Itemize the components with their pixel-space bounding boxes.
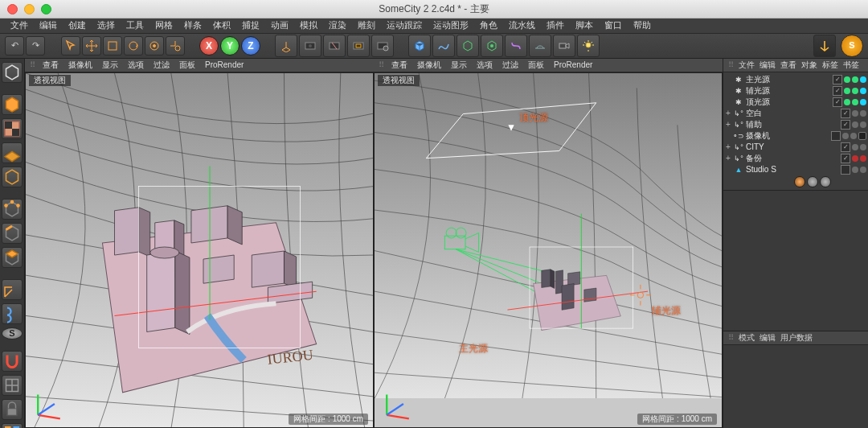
vp-menu-cam-l[interactable]: 摄像机	[63, 60, 97, 71]
vis-render-dot[interactable]	[860, 144, 866, 150]
om-tab-file[interactable]: 文件	[739, 60, 755, 70]
menu-render[interactable]: 渲染	[323, 19, 352, 32]
make-editable-button[interactable]	[2, 62, 23, 83]
lasttool-button[interactable]	[145, 36, 164, 56]
vp-menu-options-l[interactable]: 选项	[123, 60, 149, 71]
menu-volume[interactable]: 体积	[207, 19, 236, 32]
menu-help[interactable]: 帮助	[628, 19, 657, 32]
menu-file[interactable]: 文件	[5, 19, 34, 32]
layer-checkbox[interactable]: ✓	[833, 97, 842, 107]
vp-menu-options-r[interactable]: 选项	[472, 60, 497, 71]
om-tab-bookmarks[interactable]: 书签	[843, 60, 859, 70]
vis-editor-dot[interactable]	[852, 167, 858, 173]
polygons-mode-button[interactable]	[2, 247, 23, 268]
object-name[interactable]: 顶光源	[746, 97, 830, 107]
menu-simulate[interactable]: 模拟	[294, 19, 323, 32]
object-name[interactable]: Studio S	[746, 165, 838, 175]
substance-button[interactable]: S	[841, 35, 863, 57]
vis-editor-dot[interactable]	[852, 155, 858, 162]
attr-tab-mode[interactable]: 模式	[739, 333, 755, 343]
menu-sculpt[interactable]: 雕刻	[352, 19, 381, 32]
tweak-mode-button[interactable]	[2, 303, 23, 324]
vis-editor-dot[interactable]	[844, 76, 850, 83]
expand-toggle[interactable]: +	[725, 154, 731, 163]
tag-icon[interactable]	[860, 99, 866, 105]
tree-row-fill-light[interactable]: ✱ 辅光源 ✓	[723, 85, 868, 97]
layer-checkbox[interactable]: ✓	[841, 154, 850, 163]
vp-menu-view-r[interactable]: 查看	[387, 60, 412, 71]
vp-menu-display-l[interactable]: 显示	[97, 60, 123, 71]
tree-row-top-light[interactable]: ✱ 顶光源 ✓	[723, 97, 868, 108]
workplane-lock-button[interactable]	[2, 399, 23, 420]
layer-checkbox[interactable]: ✓	[833, 86, 842, 96]
layer-checkbox[interactable]: ✓	[833, 75, 842, 84]
menu-mograph[interactable]: 运动图形	[428, 19, 474, 32]
object-name[interactable]: 辅助	[746, 120, 838, 130]
object-name[interactable]: 辅光源	[746, 86, 830, 96]
add-environment-button[interactable]	[529, 35, 551, 57]
layout-button[interactable]	[813, 35, 836, 57]
locked-tool[interactable]	[166, 36, 185, 56]
vp-menu-panel-l[interactable]: 面板	[174, 60, 200, 71]
layer-checkbox[interactable]: ✓	[841, 120, 850, 130]
attr-tab-edit[interactable]: 编辑	[760, 333, 776, 343]
vis-editor-dot[interactable]	[842, 133, 849, 139]
menu-script[interactable]: 脚本	[570, 19, 599, 32]
om-tab-edit[interactable]: 编辑	[760, 60, 776, 70]
render-region-button[interactable]	[347, 35, 370, 57]
layer-checkbox[interactable]: ✓	[841, 109, 850, 118]
vp-menu-filter-r[interactable]: 过滤	[497, 60, 523, 71]
vp-menu-cam-r[interactable]: 摄像机	[412, 60, 446, 71]
add-generator2-button[interactable]	[481, 35, 503, 57]
menu-character[interactable]: 角色	[474, 19, 503, 32]
axis-y-toggle[interactable]: Y	[220, 36, 240, 56]
render-settings-button[interactable]	[371, 35, 394, 57]
tree-row-main-light[interactable]: ✱ 主光源 ✓	[723, 74, 868, 85]
add-cube-button[interactable]	[408, 35, 431, 57]
vis-render-dot[interactable]	[860, 167, 866, 173]
live-select-tool[interactable]	[61, 36, 80, 56]
attr-tab-userdata[interactable]: 用户数据	[780, 333, 813, 343]
menu-edit[interactable]: 编辑	[34, 19, 63, 32]
vis-editor-dot[interactable]	[852, 110, 858, 117]
render-pv-button[interactable]	[323, 35, 346, 57]
menu-create[interactable]: 创建	[63, 19, 92, 32]
viewport-solo-button[interactable]: S	[2, 327, 23, 340]
menu-select[interactable]: 选择	[92, 19, 121, 32]
layer-checkbox[interactable]	[831, 131, 841, 141]
snap-settings-button[interactable]	[2, 375, 23, 396]
vis-render-dot[interactable]	[852, 76, 858, 83]
object-name[interactable]: 主光源	[746, 75, 830, 84]
coord-system-button[interactable]	[275, 35, 297, 57]
add-spline-button[interactable]	[432, 35, 455, 57]
move-tool[interactable]	[82, 36, 101, 56]
vis-render-dot[interactable]	[850, 133, 857, 139]
material-tag-icon[interactable]	[794, 176, 805, 187]
layer-checkbox[interactable]	[841, 165, 850, 175]
menu-spline[interactable]: 样条	[178, 19, 207, 32]
redo-button[interactable]: ↷	[26, 36, 45, 56]
om-tab-tags[interactable]: 标签	[822, 60, 838, 70]
menu-snap[interactable]: 捕捉	[236, 19, 265, 32]
object-name[interactable]: 摄像机	[746, 131, 829, 141]
menu-plugins[interactable]: 插件	[541, 19, 570, 32]
object-name[interactable]: 空白	[746, 109, 838, 118]
material-tag-icon[interactable]	[820, 176, 831, 187]
scale-tool[interactable]	[103, 36, 122, 56]
perspective-viewport-left[interactable]: IUROU 透视视图 网格间距 : 1000 cm	[25, 72, 374, 428]
tag-icon[interactable]	[860, 88, 866, 94]
material-tag-icon[interactable]	[807, 176, 818, 187]
tree-row-city[interactable]: + ↳° CITY ✓	[723, 142, 868, 153]
points-mode-button[interactable]	[2, 199, 23, 220]
misc-tool-button[interactable]	[2, 423, 23, 428]
undo-button[interactable]: ↶	[5, 36, 24, 56]
vp-menu-prorender-l[interactable]: ProRender	[200, 60, 248, 71]
perspective-viewport-right[interactable]: 透视视图 顶光源 主光源 辅光源 网格间距 : 1000 cm	[374, 72, 723, 428]
render-view-button[interactable]	[299, 35, 321, 57]
object-axis-button[interactable]	[2, 167, 23, 187]
tag-icon[interactable]	[860, 76, 866, 83]
om-tab-objects[interactable]: 对象	[801, 60, 817, 70]
vis-render-dot[interactable]	[852, 88, 858, 94]
axis-x-toggle[interactable]: X	[199, 36, 219, 56]
tag-icon[interactable]	[858, 132, 866, 140]
